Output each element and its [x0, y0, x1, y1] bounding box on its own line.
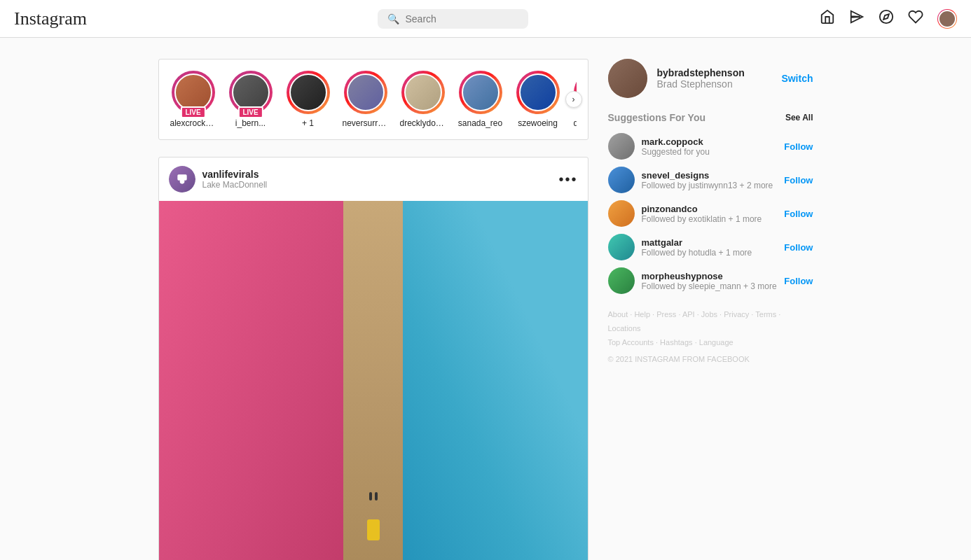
- post-image: [159, 201, 588, 560]
- story-username: + 1: [302, 118, 314, 128]
- follow-button[interactable]: Follow: [784, 209, 813, 219]
- sidebar-column: bybradstephenson Brad Stephenson Switch …: [608, 59, 813, 560]
- suggestion-avatar[interactable]: [608, 133, 635, 160]
- sidebar-profile: bybradstephenson Brad Stephenson Switch: [608, 59, 813, 98]
- suggestion-avatar[interactable]: [608, 234, 635, 260]
- suggestion-info: mattgalar Followed by hotudla + 1 more: [642, 237, 752, 258]
- feed-column: LIVE alexcrockford LIVE i_bern... + 1: [158, 59, 588, 560]
- suggestion-avatar[interactable]: [608, 200, 635, 227]
- sidebar-avatar-image: [608, 59, 647, 98]
- suggestion-info: mark.coppock Suggested for you: [642, 136, 710, 157]
- post-user: vanlifevirals Lake MacDonnell: [169, 166, 268, 192]
- footer-copyright: © 2021 INSTAGRAM FROM FACEBOOK: [608, 355, 813, 363]
- suggestion-sub: Followed by hotudla + 1 more: [642, 248, 752, 258]
- post-user-info: vanlifevirals Lake MacDonnell: [202, 169, 268, 190]
- suggestion-username[interactable]: morpheushypnose: [642, 271, 777, 281]
- story-avatar: [232, 74, 270, 111]
- story-ring: [344, 71, 387, 114]
- story-username: alexcrockford: [170, 118, 216, 128]
- story-username: szewoeing: [518, 118, 558, 128]
- suggestion-item: mark.coppock Suggested for you Follow: [608, 133, 813, 160]
- suggestion-item: snevel_designs Followed by justinwynn13 …: [608, 167, 813, 193]
- story-avatar: [347, 74, 385, 111]
- search-bar[interactable]: 🔍: [378, 9, 528, 29]
- see-all-button[interactable]: See All: [785, 113, 813, 122]
- switch-button[interactable]: Switch: [781, 73, 813, 84]
- sidebar-username[interactable]: bybradstephenson: [657, 67, 745, 78]
- logo: Instagram: [14, 8, 87, 29]
- svg-marker-0: [851, 10, 863, 22]
- compass-icon[interactable]: [879, 9, 894, 29]
- story-avatar: [174, 74, 212, 111]
- story-avatar: [519, 74, 557, 111]
- heart-icon[interactable]: [908, 9, 923, 29]
- story-ring: [459, 71, 502, 114]
- suggestion-info: snevel_designs Followed by justinwynn13 …: [642, 170, 773, 190]
- follow-button[interactable]: Follow: [784, 276, 813, 286]
- story-ring: LIVE: [172, 71, 215, 114]
- suggestion-sub: Suggested for you: [642, 147, 710, 157]
- stories-list: LIVE alexcrockford LIVE i_bern... + 1: [170, 71, 577, 128]
- user-avatar-header[interactable]: [937, 9, 957, 29]
- story-avatar: [289, 74, 327, 111]
- suggestion-username[interactable]: mark.coppock: [642, 136, 710, 147]
- live-badge: LIVE: [237, 106, 263, 118]
- suggestion-username[interactable]: mattgalar: [642, 237, 752, 248]
- stories-container: LIVE alexcrockford LIVE i_bern... + 1: [158, 59, 588, 140]
- car: [367, 519, 380, 540]
- sidebar-realname: Brad Stephenson: [657, 78, 745, 90]
- story-avatar: [462, 74, 500, 111]
- suggestion-item: morpheushypnose Followed by sleepie_mann…: [608, 267, 813, 294]
- post-more-button[interactable]: •••: [558, 172, 577, 188]
- follow-button[interactable]: Follow: [784, 242, 813, 253]
- road: [343, 201, 404, 560]
- search-input[interactable]: [405, 13, 518, 24]
- post-container: vanlifevirals Lake MacDonnell •••: [158, 157, 588, 560]
- story-username: sanada_reo: [458, 118, 502, 128]
- suggestion-sub: Followed by exotiklatin + 1 more: [642, 214, 762, 224]
- suggestion-user: mark.coppock Suggested for you: [608, 133, 710, 160]
- suggestion-user: morpheushypnose Followed by sleepie_mann…: [608, 267, 777, 294]
- story-item[interactable]: + 1: [285, 71, 331, 128]
- person-figure: [375, 492, 378, 500]
- post-location: Lake MacDonnell: [202, 180, 268, 190]
- follow-button[interactable]: Follow: [784, 175, 813, 186]
- search-icon: 🔍: [387, 13, 399, 24]
- suggestion-user: pinzonandco Followed by exotiklatin + 1 …: [608, 200, 762, 227]
- story-item[interactable]: drecklydoesit: [400, 71, 446, 128]
- suggestion-avatar[interactable]: [608, 167, 635, 193]
- story-item[interactable]: LIVE alexcrockford: [170, 71, 216, 128]
- story-item[interactable]: LIVE i_bern...: [228, 71, 274, 128]
- suggestions-title: Suggestions For You: [608, 112, 706, 123]
- story-item[interactable]: sanada_reo: [457, 71, 504, 128]
- post-username[interactable]: vanlifevirals: [202, 169, 268, 180]
- suggestion-info: pinzonandco Followed by exotiklatin + 1 …: [642, 204, 762, 224]
- suggestion-username[interactable]: pinzonandco: [642, 204, 762, 214]
- sidebar-user-text: bybradstephenson Brad Stephenson: [657, 67, 745, 90]
- suggestion-avatar[interactable]: [608, 267, 635, 294]
- story-ring: LIVE: [229, 71, 273, 114]
- svg-marker-2: [883, 14, 889, 20]
- sidebar-avatar[interactable]: [608, 59, 647, 98]
- person-figure: [369, 492, 372, 500]
- follow-button[interactable]: Follow: [784, 141, 813, 152]
- post-avatar[interactable]: [169, 166, 195, 192]
- post-avatar-image: [169, 166, 195, 192]
- story-username: drecklydoesit: [400, 118, 446, 128]
- footer-link[interactable]: About · Help · Press · API · Jobs · Priv…: [608, 310, 781, 332]
- suggestion-user: mattgalar Followed by hotudla + 1 more: [608, 234, 752, 260]
- suggestion-username[interactable]: snevel_designs: [642, 170, 773, 181]
- send-icon[interactable]: [849, 9, 865, 29]
- story-item[interactable]: szewoeing: [515, 71, 561, 128]
- pink-water: [159, 201, 352, 560]
- people: [369, 492, 378, 500]
- story-ring: [287, 71, 330, 114]
- home-icon[interactable]: [820, 9, 835, 29]
- story-ring: [401, 71, 445, 114]
- story-item[interactable]: neversurren...: [343, 71, 389, 128]
- stories-next-button[interactable]: ›: [565, 91, 582, 108]
- suggestion-item: pinzonandco Followed by exotiklatin + 1 …: [608, 200, 813, 227]
- footer-link-2[interactable]: Top Accounts · Hashtags · Language: [608, 338, 734, 346]
- suggestion-item: mattgalar Followed by hotudla + 1 more F…: [608, 234, 813, 260]
- svg-point-4: [179, 179, 184, 184]
